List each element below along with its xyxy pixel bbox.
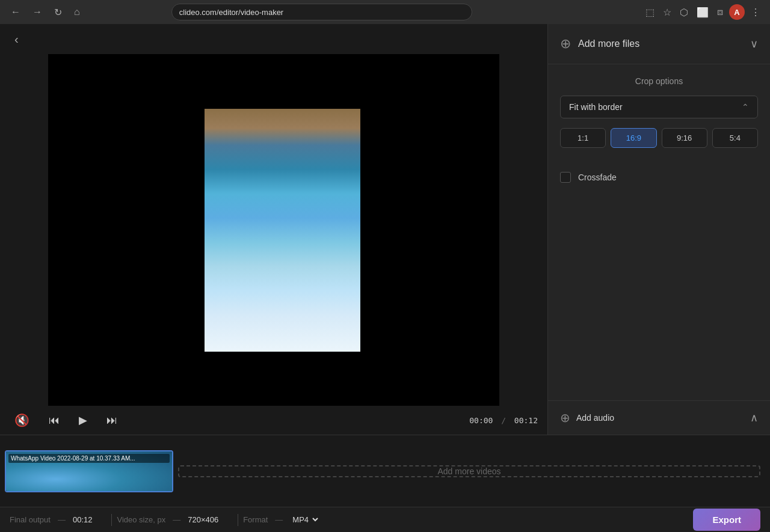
forward-nav-button[interactable]: →	[29, 4, 46, 20]
refresh-nav-button[interactable]: ↻	[51, 4, 66, 20]
video-size-label: Video size, px	[117, 515, 165, 524]
crossfade-label: Crossfade	[578, 173, 617, 182]
add-more-videos-area[interactable]: Add more videos	[178, 465, 760, 477]
crossfade-checkbox[interactable]	[560, 172, 571, 183]
timeline-content: WhatsApp Video 2022-08-29 at 10.37.33 AM…	[0, 435, 770, 507]
crop-section: Crop options Fit with border ⌃ 1:1 16:9 …	[548, 64, 770, 160]
add-audio-button[interactable]: ⊕ Add audio	[560, 411, 614, 425]
bookmark-icon[interactable]: ☆	[661, 4, 674, 20]
export-button[interactable]: Export	[693, 509, 760, 531]
time-separator: /	[501, 416, 506, 425]
add-audio-icon: ⊕	[560, 411, 570, 425]
final-output-item: Final output — 00:12	[10, 515, 106, 524]
add-audio-collapse-button[interactable]: ∧	[750, 411, 758, 424]
format-label: Format	[243, 515, 268, 524]
video-clip[interactable]: WhatsApp Video 2022-08-29 at 10.37.33 AM…	[5, 450, 173, 492]
format-select[interactable]: MP4 MOV AVI GIF	[290, 515, 320, 525]
add-files-button[interactable]: ⊕ Add more files	[560, 36, 639, 52]
video-size-value: 720×406	[188, 515, 218, 524]
profile-avatar[interactable]: A	[729, 4, 745, 20]
time-display: 00:00 / 00:12	[469, 416, 538, 425]
next-button[interactable]: ⏭	[102, 412, 122, 429]
video-frame	[58, 109, 490, 352]
final-output-separator: —	[58, 515, 66, 524]
status-divider-2	[238, 514, 238, 526]
split-screen-icon[interactable]: ⧈	[715, 4, 725, 20]
aspect-5-4-button[interactable]: 5:4	[712, 128, 758, 148]
format-separator: —	[275, 515, 283, 524]
play-button[interactable]: ▶	[74, 411, 92, 429]
pool-scene	[205, 109, 360, 352]
panel-spacer	[548, 195, 770, 400]
video-preview	[48, 54, 499, 406]
video-content-inner	[205, 109, 360, 352]
video-size-item: Video size, px — 720×406	[117, 515, 233, 524]
home-nav-button[interactable]: ⌂	[70, 4, 84, 20]
current-time: 00:00	[469, 416, 493, 425]
status-divider-1	[111, 514, 112, 526]
crossfade-section: Crossfade	[548, 160, 770, 195]
extensions-icon[interactable]: ⬡	[677, 4, 691, 20]
video-area: ‹ 🔇 ⏮ ▶ ⏭ 00:00 / 00:12	[0, 24, 547, 435]
final-output-value: 00:12	[73, 515, 93, 524]
aspect-9-16-button[interactable]: 9:16	[662, 128, 707, 148]
browser-chrome: ← → ↻ ⌂ clideo.com/editor/video-maker ⬚ …	[0, 0, 770, 24]
crop-dropdown[interactable]: Fit with border ⌃	[560, 96, 758, 118]
video-size-separator: —	[173, 515, 180, 524]
status-bar: Final output — 00:12 Video size, px — 72…	[0, 507, 770, 532]
add-files-label: Add more files	[578, 38, 639, 49]
final-output-label: Final output	[10, 515, 51, 524]
cast-icon[interactable]: ⬜	[694, 4, 711, 20]
crop-dropdown-arrow: ⌃	[742, 102, 749, 112]
add-audio-section[interactable]: ⊕ Add audio ∧	[548, 400, 770, 435]
crop-dropdown-value: Fit with border	[569, 102, 623, 112]
right-panel: ⊕ Add more files ∨ Crop options Fit with…	[547, 24, 770, 435]
mute-button[interactable]: 🔇	[10, 411, 34, 430]
back-nav-button[interactable]: ←	[7, 4, 24, 20]
video-black-right	[360, 109, 490, 352]
aspect-ratios: 1:1 16:9 9:16 5:4	[560, 128, 758, 148]
add-files-icon: ⊕	[560, 36, 571, 52]
total-time: 00:12	[514, 416, 538, 425]
browser-actions: ⬚ ☆ ⬡ ⬜ ⧈ A ⋮	[643, 4, 763, 20]
back-button[interactable]: ‹	[10, 30, 23, 49]
format-item: Format — MP4 MOV AVI GIF	[243, 515, 334, 525]
previous-button[interactable]: ⏮	[44, 412, 64, 429]
add-files-collapse-button[interactable]: ∨	[750, 37, 758, 50]
app-container: ‹ 🔇 ⏮ ▶ ⏭ 00:00 / 00:12	[0, 24, 770, 435]
timeline-track: WhatsApp Video 2022-08-29 at 10.37.33 AM…	[0, 435, 770, 507]
browser-menu-icon[interactable]: ⋮	[748, 4, 763, 20]
crop-options-title: Crop options	[560, 76, 758, 86]
address-bar[interactable]: clideo.com/editor/video-maker	[171, 4, 472, 20]
share-icon[interactable]: ⬚	[643, 4, 657, 20]
video-controls: 🔇 ⏮ ▶ ⏭ 00:00 / 00:12	[0, 406, 547, 435]
add-files-section[interactable]: ⊕ Add more files ∨	[548, 24, 770, 64]
url-text: clideo.com/editor/video-maker	[179, 8, 283, 17]
timeline-area: WhatsApp Video 2022-08-29 at 10.37.33 AM…	[0, 435, 770, 507]
aspect-1-1-button[interactable]: 1:1	[560, 128, 606, 148]
aspect-16-9-button[interactable]: 16:9	[611, 128, 656, 148]
add-more-videos-label: Add more videos	[437, 466, 500, 476]
top-bar: ‹	[0, 24, 547, 54]
add-audio-label: Add audio	[576, 413, 614, 423]
video-clip-label: WhatsApp Video 2022-08-29 at 10.37.33 AM…	[8, 454, 170, 463]
video-content	[205, 109, 360, 352]
video-black-left	[58, 109, 205, 352]
